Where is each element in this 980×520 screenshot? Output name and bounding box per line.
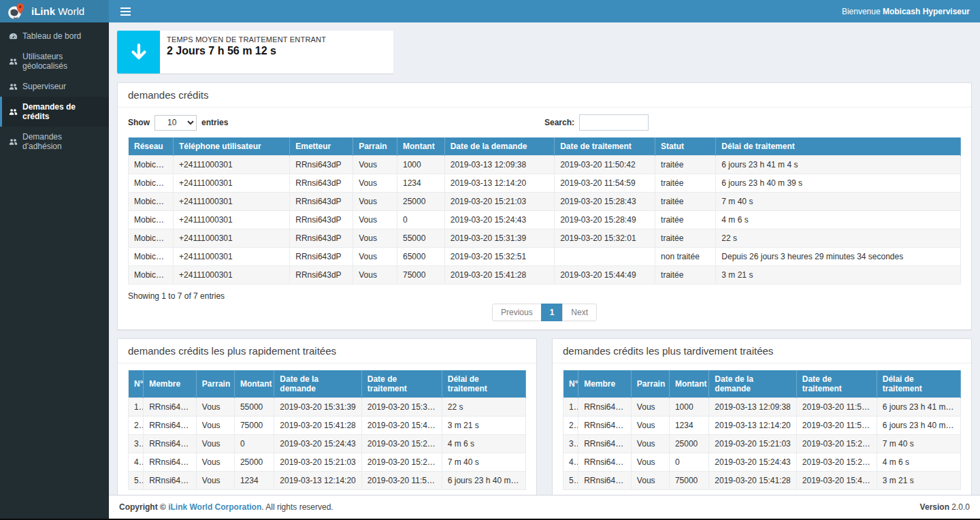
table-cell: RRnsi643dP [290,174,353,193]
sidebar-item-superviseur[interactable]: Superviseur [0,76,109,97]
slowest-processed-panel: demandes crédits les plus tardivement tr… [552,338,972,495]
table-cell: 65000 [397,248,445,266]
panel-title: demandes crédits les plus rapidement tra… [118,339,536,363]
table-cell: 4 [129,453,144,472]
table-cell: 2019-03-13 12:14:20 [709,417,796,435]
column-header-montant[interactable]: Montant [397,137,445,156]
page-length-select[interactable]: 10 [154,115,197,131]
table-cell: 1000 [669,398,708,417]
table-cell: RRnsi643dP [144,435,197,453]
copyright-text: Copyright © iLink World Corporation. All… [119,502,333,512]
company-link[interactable]: iLink World Corporation [168,502,261,512]
table-cell: 2019-03-20 15:24:43 [709,453,796,472]
column-header-parrain: Parrain [631,370,669,398]
table-cell: 3 m 21 s [877,472,960,490]
table-cell: 75000 [234,417,274,435]
table-cell: Mobicash [129,248,174,266]
table-cell: 2019-03-13 12:14:20 [274,472,361,490]
table-cell: 2019-03-20 15:44:49 [555,266,655,285]
table-cell: Vous [353,248,397,266]
table-row: Mobicash+24111000301RRnsi643dPVous650002… [129,248,961,266]
pagination-previous-button[interactable]: Previous [492,304,542,321]
table-row: Mobicash+24111000301RRnsi643dPVous02019-… [129,211,961,229]
table-cell: RRnsi643dP [578,435,632,453]
panel-title: demandes crédits [118,83,971,108]
table-cell: Mobicash [129,193,174,211]
column-header-date-de-la-demande[interactable]: Date de la demande [444,137,554,156]
column-header-date-de-traitement: Date de traitement [361,370,442,398]
search-input[interactable] [579,114,649,131]
table-cell: 1234 [397,174,445,193]
version-text: Version 2.0.0 [920,502,970,512]
table-cell: 1234 [669,417,708,435]
table-row: 5RRnsi643dPVous750002019-03-20 15:41:282… [564,472,961,490]
column-header-reseau[interactable]: Réseau [129,137,174,156]
table-cell [555,248,655,266]
pagination-page-1[interactable]: 1 [541,304,564,321]
table-cell: Vous [353,229,397,248]
column-header-date-de-traitement[interactable]: Date de traitement [555,137,655,156]
table-cell: 2019-03-20 15:21:03 [709,435,796,453]
column-header-parrain[interactable]: Parrain [353,137,397,156]
table-row: 3RRnsi643dPVous02019-03-20 15:24:432019-… [129,435,526,453]
sidebar-menu: Tableau de bord Utilisateurs géolocalisé… [0,22,109,157]
table-cell: RRnsi643dP [290,156,353,174]
column-header-delai-de-traitement: Délai de traitement [442,370,525,398]
brand-logo[interactable]: iLink World [0,0,109,22]
table-cell: Vous [196,398,234,417]
search-label: Search: [544,118,574,127]
table-cell: 6 jours 23 h 41 m 4 s [716,156,961,174]
column-header-emetteur[interactable]: Emetteur [290,137,353,156]
table-cell: RRnsi643dP [578,417,632,435]
table-cell: 2019-03-20 11:50:42 [555,156,655,174]
column-header-n: N° [564,370,578,398]
table-cell: 55000 [234,398,274,417]
table-cell: Vous [353,193,397,211]
table-cell: +24111000301 [174,211,290,229]
table-row: 5RRnsi643dPVous12342019-03-13 12:14:2020… [129,472,526,490]
table-cell: Vous [196,417,234,435]
table-cell: Vous [631,453,669,472]
users-icon [9,137,18,146]
table-cell: +24111000301 [174,193,290,211]
table-cell: 4 m 6 s [877,453,960,472]
column-header-membre: Membre [578,370,632,398]
table-cell: 1 [129,398,144,417]
table-cell: RRnsi643dP [290,193,353,211]
info-box-value: 2 Jours 7 h 56 m 12 s [167,45,326,57]
table-cell: 6 jours 23 h 41 m 4 s [877,398,960,417]
table-cell: 7 m 40 s [442,453,525,472]
table-cell: traitée [655,229,716,248]
column-header-membre: Membre [144,370,197,398]
table-cell: Vous [353,211,397,229]
table-cell: 2019-03-20 15:21:03 [444,193,554,211]
table-cell: 25000 [234,453,274,472]
table-cell: 6 jours 23 h 40 m 39 s [442,472,525,490]
table-cell: 5 [564,472,578,490]
table-cell: 0 [669,453,708,472]
table-cell: 2019-03-13 12:14:20 [444,174,554,193]
sidebar-item-demandes-d-adhesion[interactable]: Demandes d'adhésion [0,127,109,157]
table-cell: 2019-03-20 11:54:59 [361,472,442,490]
slowest-processed-table: N°MembreParrainMontantDate de la demande… [563,370,961,490]
table-cell: Vous [631,435,669,453]
column-header-statut[interactable]: Statut [655,137,716,156]
hamburger-icon[interactable] [119,5,132,18]
table-cell: 5 [129,472,144,490]
sidebar-item-utilisateurs-geolocalises[interactable]: Utilisateurs géolocalisés [0,46,109,76]
column-header-date-de-la-demande: Date de la demande [274,370,361,398]
column-header-telephone-utilisateur[interactable]: Téléphone utilisateur [174,137,290,156]
table-cell: 3 m 21 s [716,266,961,285]
table-cell: RRnsi643dP [290,229,353,248]
page-length-control: Show 10 entries [128,115,544,131]
fastest-processed-panel: demandes crédits les plus rapidement tra… [117,338,537,495]
table-cell: 7 m 40 s [716,193,961,211]
sidebar-item-tableau-de-bord[interactable]: Tableau de bord [0,26,109,46]
table-cell: 4 m 6 s [442,435,525,453]
sidebar-item-demandes-de-credits[interactable]: Demandes de crédits [0,97,109,127]
column-header-delai-de-traitement[interactable]: Délai de traitement [716,137,961,156]
pagination-next-button[interactable]: Next [562,304,597,321]
table-cell: 0 [234,435,274,453]
globe-pin-icon [7,2,26,21]
table-cell: 2019-03-20 15:41:28 [274,417,361,435]
